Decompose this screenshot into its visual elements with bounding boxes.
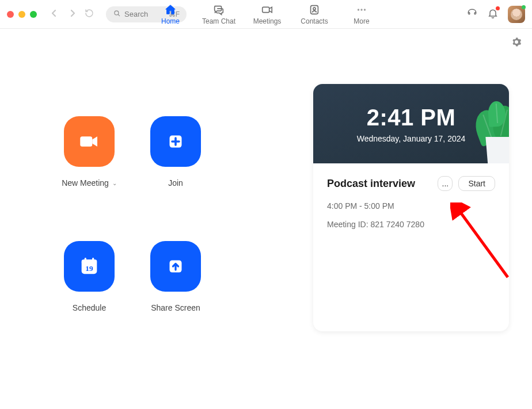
close-window-button[interactable] <box>7 11 14 18</box>
share-screen-label: Share Screen <box>151 303 200 312</box>
meeting-start-button[interactable]: Start <box>458 176 495 191</box>
svg-rect-7 <box>80 136 92 147</box>
main-content: New Meeting ⌄ Join 19 Schedule Share Scr… <box>0 49 532 331</box>
tab-contacts-label: Contacts <box>301 17 328 25</box>
svg-point-6 <box>364 9 366 10</box>
meeting-start-label: Start <box>468 179 485 188</box>
current-date: Wednesday, January 17, 2024 <box>357 134 466 143</box>
join-button[interactable] <box>150 116 201 167</box>
new-meeting-label: New Meeting <box>62 178 109 188</box>
notifications-icon[interactable] <box>487 7 499 21</box>
svg-point-3 <box>313 7 316 10</box>
svg-text:19: 19 <box>85 264 93 273</box>
search-placeholder: Search <box>124 10 148 18</box>
forward-button[interactable] <box>69 8 76 20</box>
tab-home-label: Home <box>161 17 180 25</box>
meeting-more-label: ... <box>442 179 449 188</box>
topbar-right <box>466 6 525 23</box>
history-icon[interactable] <box>84 8 94 21</box>
minimize-window-button[interactable] <box>18 11 25 18</box>
avatar-image <box>511 9 522 20</box>
meeting-id-value: 821 7240 7280 <box>370 220 424 229</box>
svg-point-0 <box>115 11 119 15</box>
tab-home[interactable]: Home <box>155 3 186 25</box>
share-screen-cell: Share Screen <box>132 241 219 331</box>
meeting-id-row: Meeting ID: 821 7240 7280 <box>327 220 495 229</box>
join-cell: Join <box>132 116 219 207</box>
new-meeting-cell: New Meeting ⌄ <box>46 116 132 207</box>
tab-meetings[interactable]: Meetings <box>252 3 283 25</box>
meeting-title: Podcast interview <box>327 178 432 190</box>
share-screen-button[interactable] <box>150 241 201 292</box>
screen-share-top-icon[interactable] <box>466 7 478 21</box>
meeting-time-range: 4:00 PM - 5:00 PM <box>327 201 495 211</box>
presence-dot <box>522 5 526 9</box>
search-icon <box>113 9 121 19</box>
svg-point-4 <box>358 9 359 10</box>
meeting-more-button[interactable]: ... <box>438 176 453 191</box>
meeting-id-label: Meeting ID: <box>327 220 368 229</box>
svg-rect-12 <box>92 258 94 262</box>
schedule-label: Schedule <box>73 303 106 312</box>
plant-illustration <box>468 93 509 163</box>
clock-header: 2:41 PM Wednesday, January 17, 2024 <box>313 84 509 163</box>
current-time: 2:41 PM <box>367 105 456 131</box>
svg-rect-11 <box>85 258 86 262</box>
nav-arrows <box>51 8 76 20</box>
meeting-card: Podcast interview ... Start 4:00 PM - 5:… <box>313 163 509 229</box>
meeting-head: Podcast interview ... Start <box>327 176 495 191</box>
join-label: Join <box>168 178 183 188</box>
tab-team-chat[interactable]: Team Chat <box>202 3 235 25</box>
titlebar: Search ⌘F Home Team Chat Meetings Contac… <box>0 0 532 29</box>
window-controls <box>7 11 37 18</box>
tab-contacts[interactable]: Contacts <box>299 3 330 25</box>
maximize-window-button[interactable] <box>30 11 37 18</box>
new-meeting-label-row[interactable]: New Meeting ⌄ <box>62 178 117 188</box>
new-meeting-button[interactable] <box>64 116 115 167</box>
tab-team-chat-label: Team Chat <box>202 17 235 25</box>
svg-rect-10 <box>82 259 97 263</box>
tab-meetings-label: Meetings <box>253 17 282 25</box>
avatar[interactable] <box>508 6 525 23</box>
svg-rect-1 <box>263 7 269 12</box>
svg-point-5 <box>360 9 362 10</box>
upcoming-panel: 2:41 PM Wednesday, January 17, 2024 Podc… <box>313 84 509 331</box>
main-tabs: Home Team Chat Meetings Contacts More <box>155 0 377 28</box>
tab-more-label: More <box>354 17 369 25</box>
back-button[interactable] <box>51 8 58 20</box>
settings-icon[interactable] <box>511 37 522 49</box>
notification-dot <box>496 6 500 10</box>
schedule-button[interactable]: 19 <box>64 241 115 292</box>
chevron-down-icon: ⌄ <box>112 180 117 186</box>
schedule-cell: 19 Schedule <box>46 241 132 331</box>
tab-more[interactable]: More <box>346 3 377 25</box>
gear-row <box>0 29 532 49</box>
action-grid: New Meeting ⌄ Join 19 Schedule Share Scr… <box>46 116 219 331</box>
